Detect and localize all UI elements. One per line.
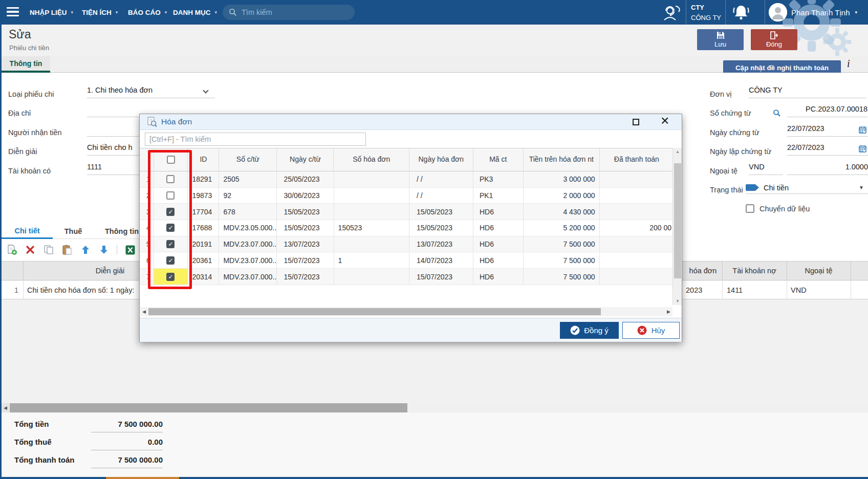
invoice-row[interactable]: 1 18291 2505 25/05/2023 / / PK3 3 000 00…	[140, 171, 674, 188]
cell-tien: 7 500 000	[524, 236, 599, 252]
column-header-tien-tren-hoa-don: Tiền trên hóa đơn nt	[524, 148, 600, 171]
row-checkbox[interactable]	[166, 273, 175, 281]
trang-thai-select[interactable]: Chi tiền ▼	[746, 182, 868, 194]
delete-row-icon[interactable]	[25, 244, 36, 255]
x-circle-icon	[637, 325, 647, 335]
row-checkbox[interactable]	[166, 240, 175, 248]
company-switcher[interactable]: CTY CÔNG TY	[691, 3, 721, 23]
move-down-icon[interactable]	[98, 244, 110, 255]
loai-phieu-chi-select[interactable]: 1. Chi theo hóa đơn	[87, 86, 215, 98]
cell-hoa-don[interactable]: 2023	[682, 281, 722, 299]
move-up-icon[interactable]	[80, 244, 91, 255]
ty-gia-input[interactable]: 1.0000	[787, 163, 868, 175]
avatar[interactable]	[769, 3, 787, 21]
tab-thong-tin[interactable]: Thông tin	[2, 56, 50, 73]
calendar-icon[interactable]	[859, 145, 866, 153]
menu-tien-ich[interactable]: TIỆN ÍCH ▾	[82, 0, 118, 25]
copy-icon[interactable]	[43, 244, 54, 255]
column-header-da-thanh-toan: Đã thanh toán	[600, 148, 674, 171]
save-button[interactable]: Lưu	[697, 29, 744, 50]
scroll-up-arrow[interactable]: ▲	[673, 148, 682, 156]
scrollbar-thumb[interactable]	[148, 308, 601, 315]
chevron-down-icon	[203, 88, 208, 93]
cancel-button[interactable]: Hủy	[622, 322, 680, 339]
cell-so-hoa-don	[334, 188, 409, 204]
export-excel-icon[interactable]	[124, 244, 136, 255]
ngay-chung-tu-input[interactable]: 22/07/2023	[787, 124, 868, 137]
cancel-button-label: Hủy	[652, 326, 665, 335]
cell-ma-ct: PK3	[473, 171, 524, 187]
paste-icon[interactable]	[61, 244, 73, 255]
row-number: 4	[140, 220, 154, 236]
cell-tai-khoan-no[interactable]: 1411	[722, 281, 787, 299]
invoice-row[interactable]: 3 17704 678 15/05/2023 15/05/2023 HD6 4 …	[140, 204, 674, 220]
cell-so-ctu: 92	[219, 188, 277, 204]
field-label-tai-khoan-co: Tài khoản có	[8, 167, 51, 175]
invoice-row[interactable]: 7 20314 MDV.23.07.000... 15/07/2023 15/0…	[140, 269, 674, 285]
menu-danh-muc[interactable]: DANH MỤC ▾	[173, 0, 217, 25]
cell-ngoai-te[interactable]: VND	[787, 281, 851, 299]
menu-bao-cao[interactable]: BÁO CÁO ▾	[128, 0, 167, 25]
ngoai-te-input[interactable]: VND	[749, 163, 783, 175]
scroll-right-arrow[interactable]: ▶	[665, 307, 672, 316]
invoice-row[interactable]: 6 20361 MDV.23.07.000... 15/07/2023 1 14…	[140, 253, 674, 269]
cell-da-thanh-toan	[600, 188, 674, 204]
lookup-search-icon[interactable]	[773, 109, 781, 117]
ngay-lap-chung-tu-input[interactable]: 22/07/2023	[787, 143, 868, 156]
row-checkbox[interactable]	[166, 224, 175, 232]
cell-ngay-hoa-don: 14/07/2023	[409, 253, 473, 269]
scroll-left-arrow[interactable]: ◀	[2, 403, 9, 412]
column-header-ngay-hoa-don: Ngày hóa đơn	[409, 148, 473, 171]
add-row-icon[interactable]	[6, 244, 17, 255]
close-button[interactable]: Đóng	[751, 29, 797, 50]
cell-tien: 7 500 000	[524, 253, 599, 269]
scroll-down-arrow[interactable]: ▼	[673, 297, 682, 305]
cell-id: 18291	[188, 171, 219, 187]
menu-label: DANH MỤC	[173, 9, 211, 16]
don-vi-input[interactable]: CÔNG TY	[749, 86, 866, 98]
field-value: Chi tiền cho h	[87, 143, 133, 151]
modal-vertical-scrollbar[interactable]: ▲ ▼	[672, 148, 682, 305]
modal-titlebar[interactable]: Hóa đơn	[140, 114, 682, 130]
modal-horizontal-scrollbar[interactable]: ◀ ▶	[140, 307, 672, 316]
cell-so-ctu: MDV.23.07.000...	[219, 269, 277, 285]
user-menu[interactable]: Phan Thanh Tịnh ▾	[791, 0, 857, 25]
so-chung-tu-input[interactable]: PC.2023.07.00018	[787, 105, 867, 117]
chevron-down-icon: ▼	[859, 185, 864, 190]
horizontal-scrollbar[interactable]: ◀	[2, 403, 868, 412]
avatar-person-icon	[769, 3, 787, 21]
invoice-row[interactable]: 2 19873 92 30/06/2023 / / PK1 2 000 000	[140, 188, 674, 204]
notification-bell-icon[interactable]	[732, 4, 750, 20]
modal-search-input[interactable]	[145, 133, 366, 146]
cell-ma-ct: PK1	[473, 188, 524, 204]
invoice-row[interactable]: 4 17688 MDV.23.05.000... 15/05/2023 1505…	[140, 220, 674, 236]
chuyen-du-lieu-checkbox[interactable]	[746, 204, 754, 213]
scrollbar-thumb[interactable]	[10, 403, 407, 412]
cell-tien: 7 500 000	[524, 269, 599, 285]
field-label-dien-giai: Diễn giải	[8, 147, 37, 156]
menu-nhap-lieu[interactable]: NHẬP LIỆU ▾	[30, 0, 73, 25]
tab-thue[interactable]: Thuế	[53, 224, 94, 239]
ok-button[interactable]: Đồng ý	[560, 322, 619, 339]
row-checkbox[interactable]	[166, 208, 175, 216]
tab-chi-tiet[interactable]: Chi tiết	[2, 224, 53, 239]
global-search[interactable]	[223, 5, 355, 20]
row-checkbox[interactable]	[166, 175, 175, 183]
update-button-label: Cập nhật đề nghị thanh toán	[735, 64, 829, 72]
close-icon[interactable]: ×	[661, 113, 669, 129]
global-search-input[interactable]	[242, 8, 334, 16]
row-checkbox[interactable]	[166, 256, 175, 265]
scroll-left-arrow[interactable]: ◀	[140, 307, 148, 316]
column-header-rownum	[140, 148, 154, 171]
user-name: Phan Thanh Tịnh	[791, 8, 850, 17]
row-checkbox[interactable]	[166, 191, 175, 200]
calendar-icon[interactable]	[859, 126, 866, 134]
cell-ma-ct: HD6	[473, 220, 524, 236]
scrollbar-thumb[interactable]	[674, 163, 681, 278]
support-headset-icon[interactable]	[661, 5, 682, 21]
info-icon[interactable]: i	[847, 58, 850, 70]
select-all-checkbox[interactable]	[167, 156, 175, 164]
invoice-row[interactable]: 5 20191 MDV.23.07.000... 13/07/2023 13/0…	[140, 236, 674, 253]
maximize-icon[interactable]	[633, 119, 639, 125]
hamburger-menu-icon[interactable]	[7, 7, 19, 17]
